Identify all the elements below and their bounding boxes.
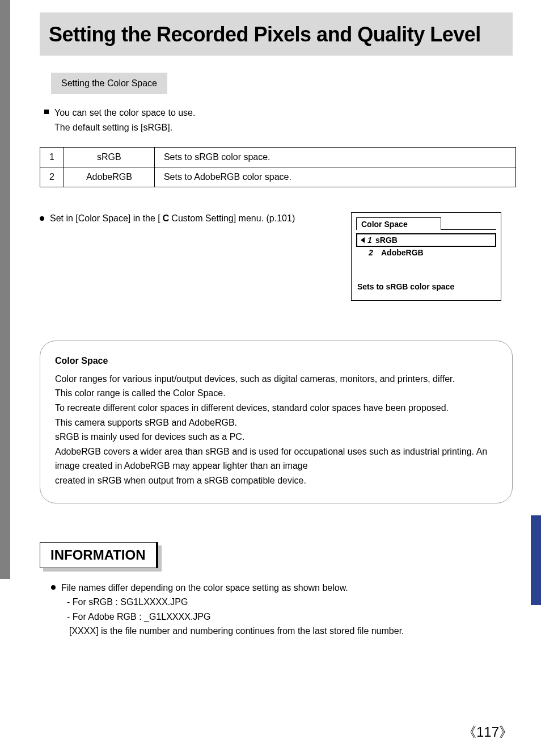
table-row: 1 sRGB Sets to sRGB color space.	[40, 148, 516, 167]
infobox-p3: To recreate different color spaces in di…	[55, 401, 497, 415]
table-cell-name: sRGB	[64, 148, 154, 167]
side-tab-left	[0, 0, 10, 579]
setin-post: Custom Setting] menu. (p.101)	[171, 213, 295, 224]
side-tab-right	[531, 515, 541, 605]
intro-line2: The default setting is [sRGB].	[54, 120, 513, 135]
intro-text: You can set the color space to use. The …	[44, 106, 513, 135]
infobox-p7: created in sRGB when output from a sRGB …	[55, 473, 497, 488]
lcd-opt1-num: 1	[367, 236, 375, 245]
setin-pre: Set in [Color Space] in the [	[50, 213, 160, 224]
bullet-dot-icon	[51, 585, 56, 590]
information-label: INFORMATION	[40, 542, 158, 568]
page-title: Setting the Recorded Pixels and Quality …	[49, 23, 504, 47]
information-header: INFORMATION	[40, 542, 158, 568]
lcd-opt1-label: sRGB	[375, 236, 398, 245]
table-cell-desc: Sets to sRGB color space.	[154, 148, 515, 167]
lcd-tab-title: Color Space	[356, 217, 441, 230]
color-space-infobox: Color Space Color ranges for various inp…	[40, 341, 513, 503]
table-row: 2 AdobeRGB Sets to AdobeRGB color space.	[40, 167, 516, 187]
subheading: Setting the Color Space	[51, 73, 167, 94]
lcd-opt2-num: 2	[369, 248, 377, 257]
color-space-table: 1 sRGB Sets to sRGB color space. 2 Adobe…	[40, 147, 516, 187]
triangle-left-icon	[361, 237, 365, 243]
lcd-message: Sets to sRGB color space	[356, 282, 496, 291]
page-title-bar: Setting the Recorded Pixels and Quality …	[40, 12, 513, 56]
table-cell-num: 2	[40, 167, 64, 187]
lcd-option-selected: 1 sRGB	[356, 233, 496, 247]
custom-c-icon: C	[163, 213, 170, 224]
infobox-p5: sRGB is mainly used for devices such as …	[55, 430, 497, 444]
infobox-p4: This camera supports sRGB and AdobeRGB.	[55, 415, 497, 430]
info-line2: - For sRGB : SG1LXXXX.JPG	[67, 595, 513, 610]
lcd-menu-illustration: Color Space 1 sRGB 2 AdobeRGB Sets to sR…	[351, 212, 501, 301]
info-line3: - For Adobe RGB : _G1LXXXX.JPG	[67, 610, 513, 624]
page-number: 《117》	[463, 723, 513, 741]
info-line1: File names differ depending on the color…	[61, 581, 348, 595]
info-line4: [XXXX] is the file number and numbering …	[69, 624, 513, 639]
infobox-title: Color Space	[55, 354, 497, 368]
square-bullet-icon	[44, 110, 49, 114]
lcd-opt2-label: AdobeRGB	[381, 248, 424, 257]
lcd-option: 2 AdobeRGB	[356, 247, 496, 258]
infobox-p2: This color range is called the Color Spa…	[55, 386, 497, 401]
infobox-p1: Color ranges for various input/output de…	[55, 372, 497, 387]
bullet-dot-icon	[40, 216, 44, 221]
information-list: File names differ depending on the color…	[40, 581, 513, 650]
infobox-p6: AdobeRGB covers a wider area than sRGB a…	[55, 444, 497, 473]
table-cell-num: 1	[40, 148, 64, 167]
table-cell-name: AdobeRGB	[64, 167, 154, 187]
intro-line1: You can set the color space to use.	[54, 106, 195, 120]
table-cell-desc: Sets to AdobeRGB color space.	[154, 167, 515, 187]
